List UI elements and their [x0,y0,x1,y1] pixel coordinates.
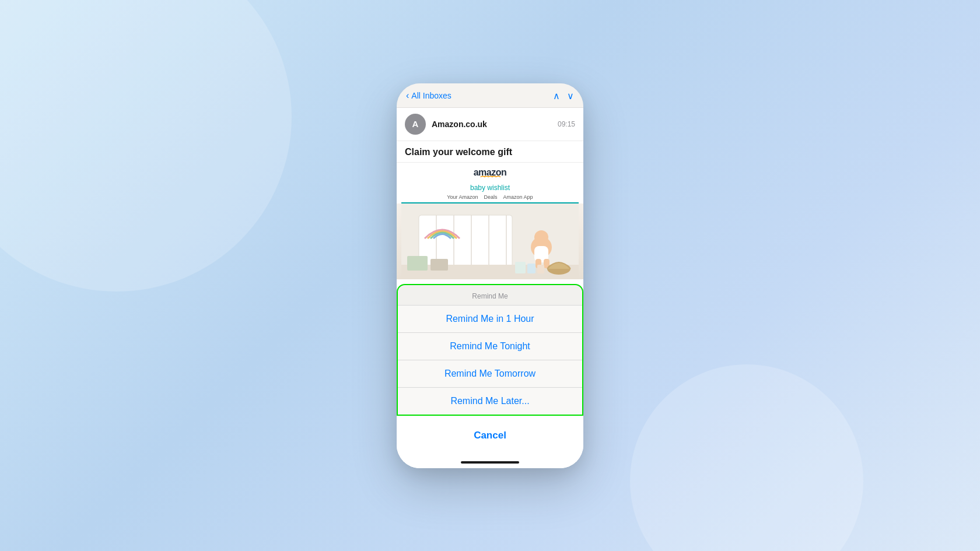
remind-tonight-option[interactable]: Remind Me Tonight [398,333,582,360]
home-bar [461,461,519,464]
remind-later-option[interactable]: Remind Me Later... [398,388,582,415]
sheet-title: Remind Me [398,285,582,306]
remind-1hour-option[interactable]: Remind Me in 1 Hour [398,306,582,333]
bottom-area: Cancel [397,416,583,468]
remind-me-sheet: Remind Me Remind Me in 1 Hour Remind Me … [397,284,583,416]
phone-frame: ‹ All Inboxes ∧ ∨ A Amazon.co.uk 09:15 C… [397,83,583,468]
cancel-sheet: Cancel [401,420,579,451]
cancel-button[interactable]: Cancel [401,420,579,451]
home-indicator [401,451,579,468]
remind-tomorrow-option[interactable]: Remind Me Tomorrow [398,360,582,388]
bottom-sheet-overlay: Remind Me Remind Me in 1 Hour Remind Me … [397,83,583,468]
